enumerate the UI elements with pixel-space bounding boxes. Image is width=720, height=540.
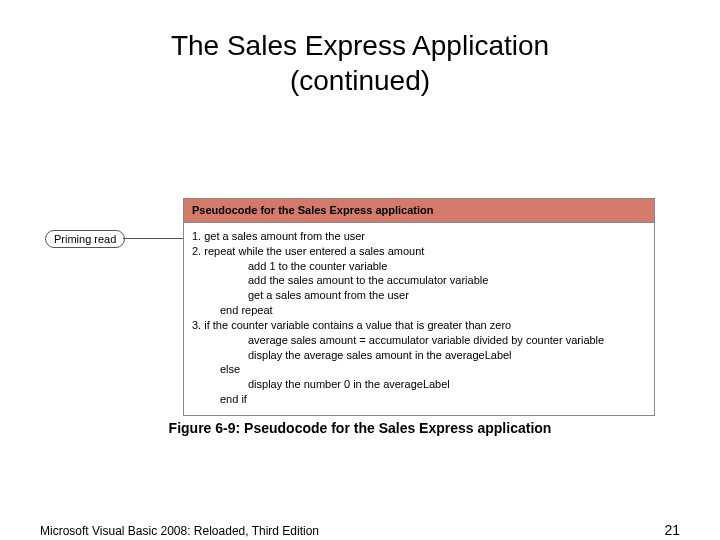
pseudocode-line: display the number 0 in the averageLabel [192, 377, 646, 392]
pseudocode-line: 2. repeat while the user entered a sales… [192, 244, 646, 259]
pseudocode-line: display the average sales amount in the … [192, 348, 646, 363]
title-line-1: The Sales Express Application [171, 30, 549, 61]
figure-caption: Figure 6-9: Pseudocode for the Sales Exp… [0, 420, 720, 436]
pseudocode-line: add the sales amount to the accumulator … [192, 273, 646, 288]
page-number: 21 [664, 522, 680, 538]
pseudocode-box: Pseudocode for the Sales Express applica… [183, 198, 655, 416]
pseudocode-body: 1. get a sales amount from the user 2. r… [184, 223, 654, 415]
callout-priming-read: Priming read [45, 230, 125, 248]
pseudocode-line: end if [192, 392, 646, 407]
pseudocode-line: add 1 to the counter variable [192, 259, 646, 274]
footer-text: Microsoft Visual Basic 2008: Reloaded, T… [40, 524, 319, 538]
pseudocode-line: else [192, 362, 646, 377]
pseudocode-line: 3. if the counter variable contains a va… [192, 318, 646, 333]
pseudocode-line: end repeat [192, 303, 646, 318]
pseudocode-line: average sales amount = accumulator varia… [192, 333, 646, 348]
slide-title: The Sales Express Application (continued… [0, 28, 720, 98]
slide: The Sales Express Application (continued… [0, 28, 720, 540]
title-line-2: (continued) [290, 65, 430, 96]
pseudocode-line: get a sales amount from the user [192, 288, 646, 303]
pseudocode-line: 1. get a sales amount from the user [192, 229, 646, 244]
pseudocode-header: Pseudocode for the Sales Express applica… [184, 199, 654, 223]
callout-connector [123, 238, 183, 239]
